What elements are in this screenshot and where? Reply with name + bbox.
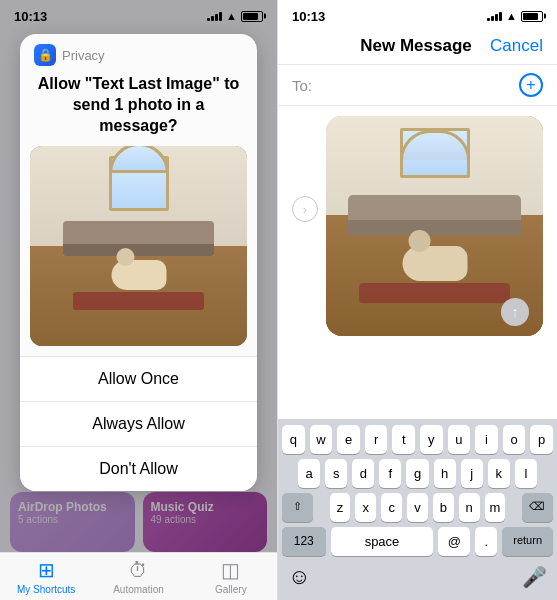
room-window bbox=[109, 156, 169, 211]
key-o[interactable]: o bbox=[503, 425, 526, 454]
add-recipient-button[interactable]: + bbox=[519, 73, 543, 97]
room-dog bbox=[111, 260, 166, 290]
room-rug bbox=[73, 292, 203, 310]
phone-right: 10:13 ▲ New Message Cancel To: + › bbox=[278, 0, 557, 600]
emoji-button[interactable]: ☺ bbox=[288, 564, 310, 590]
tab-gallery[interactable]: ◫ Gallery bbox=[185, 558, 277, 595]
keyboard: q w e r t y u i o p a s d f g h j k l ⇧ bbox=[278, 419, 557, 600]
key-j[interactable]: j bbox=[461, 459, 483, 488]
key-k[interactable]: k bbox=[488, 459, 510, 488]
send-button[interactable]: ↑ bbox=[501, 298, 529, 326]
shortcuts-icon: ⊞ bbox=[38, 558, 55, 582]
key-h[interactable]: h bbox=[434, 459, 456, 488]
key-x[interactable]: x bbox=[355, 493, 376, 522]
key-a[interactable]: a bbox=[298, 459, 320, 488]
privacy-label: Privacy bbox=[62, 48, 105, 63]
message-title: New Message bbox=[360, 36, 472, 56]
key-f[interactable]: f bbox=[379, 459, 401, 488]
phone-left: 10:13 ▲ 🔒 Privacy Allow "Text Last Image… bbox=[0, 0, 278, 600]
key-z[interactable]: z bbox=[330, 493, 351, 522]
tab-my-shortcuts[interactable]: ⊞ My Shortcuts bbox=[0, 558, 92, 595]
status-bar-right: 10:13 ▲ bbox=[278, 0, 557, 28]
msg-sofa bbox=[348, 195, 522, 235]
key-y[interactable]: y bbox=[420, 425, 443, 454]
tab-automation-label: Automation bbox=[113, 584, 164, 595]
privacy-header: 🔒 Privacy bbox=[20, 34, 257, 70]
keyboard-footer: ☺ 🎤 bbox=[282, 560, 553, 596]
expand-arrow[interactable]: › bbox=[292, 196, 318, 222]
mic-button[interactable]: 🎤 bbox=[522, 565, 547, 589]
allow-once-button[interactable]: Allow Once bbox=[20, 357, 257, 402]
msg-window-arch bbox=[400, 130, 470, 160]
key-e[interactable]: e bbox=[337, 425, 360, 454]
key-n[interactable]: n bbox=[459, 493, 480, 522]
delete-key[interactable]: ⌫ bbox=[522, 493, 553, 522]
numbers-key[interactable]: 123 bbox=[282, 527, 326, 556]
cancel-button[interactable]: Cancel bbox=[490, 36, 543, 56]
msg-window bbox=[400, 128, 470, 178]
key-v[interactable]: v bbox=[407, 493, 428, 522]
photo-bubble: ↑ bbox=[326, 116, 543, 336]
key-m[interactable]: m bbox=[485, 493, 506, 522]
keyboard-row-2: a s d f g h j k l bbox=[282, 459, 553, 488]
at-key[interactable]: @ bbox=[438, 527, 470, 556]
keyboard-row-3: ⇧ z x c v b n m ⌫ bbox=[282, 493, 553, 522]
room-scene bbox=[30, 146, 247, 346]
key-g[interactable]: g bbox=[406, 459, 428, 488]
key-w[interactable]: w bbox=[310, 425, 333, 454]
key-u[interactable]: u bbox=[448, 425, 471, 454]
to-input[interactable] bbox=[318, 77, 519, 94]
privacy-title: Allow "Text Last Image" to send 1 photo … bbox=[20, 70, 257, 146]
tab-automation[interactable]: ⏱ Automation bbox=[92, 559, 184, 595]
wifi-icon-right: ▲ bbox=[506, 10, 517, 22]
period-key[interactable]: . bbox=[475, 527, 497, 556]
dont-allow-button[interactable]: Don't Allow bbox=[20, 447, 257, 491]
battery-icon-right bbox=[521, 11, 543, 22]
msg-dog bbox=[402, 246, 467, 281]
to-label: To: bbox=[292, 77, 312, 94]
key-i[interactable]: i bbox=[475, 425, 498, 454]
msg-sofa-seat bbox=[348, 220, 522, 235]
key-s[interactable]: s bbox=[325, 459, 347, 488]
key-b[interactable]: b bbox=[433, 493, 454, 522]
privacy-dialog-wrapper: 🔒 Privacy Allow "Text Last Image" to sen… bbox=[0, 30, 277, 495]
key-l[interactable]: l bbox=[515, 459, 537, 488]
key-d[interactable]: d bbox=[352, 459, 374, 488]
status-icons-right: ▲ bbox=[487, 10, 543, 22]
automation-icon: ⏱ bbox=[128, 559, 148, 582]
privacy-dialog: 🔒 Privacy Allow "Text Last Image" to sen… bbox=[20, 34, 257, 491]
tab-bar-left: ⊞ My Shortcuts ⏱ Automation ◫ Gallery bbox=[0, 552, 277, 600]
photo-container bbox=[30, 146, 247, 346]
action-buttons: Allow Once Always Allow Don't Allow bbox=[20, 356, 257, 491]
return-key[interactable]: return bbox=[502, 527, 553, 556]
time-right: 10:13 bbox=[292, 9, 325, 24]
privacy-icon: 🔒 bbox=[34, 44, 56, 66]
key-t[interactable]: t bbox=[392, 425, 415, 454]
message-header: New Message Cancel bbox=[278, 28, 557, 65]
gallery-icon: ◫ bbox=[221, 558, 240, 582]
key-r[interactable]: r bbox=[365, 425, 388, 454]
msg-rug bbox=[359, 283, 511, 303]
key-q[interactable]: q bbox=[282, 425, 305, 454]
tab-gallery-label: Gallery bbox=[215, 584, 247, 595]
to-row: To: + bbox=[278, 65, 557, 106]
always-allow-button[interactable]: Always Allow bbox=[20, 402, 257, 447]
room-sofa bbox=[63, 221, 215, 256]
signal-icon-right bbox=[487, 11, 502, 21]
keyboard-row-1: q w e r t y u i o p bbox=[282, 425, 553, 454]
tab-shortcuts-label: My Shortcuts bbox=[17, 584, 75, 595]
space-key[interactable]: space bbox=[331, 527, 434, 556]
shift-key[interactable]: ⇧ bbox=[282, 493, 313, 522]
key-c[interactable]: c bbox=[381, 493, 402, 522]
msg-dog-head bbox=[408, 230, 430, 252]
keyboard-row-bottom: 123 space @ . return bbox=[282, 527, 553, 556]
message-body: › ↑ bbox=[278, 106, 557, 346]
key-p[interactable]: p bbox=[530, 425, 553, 454]
